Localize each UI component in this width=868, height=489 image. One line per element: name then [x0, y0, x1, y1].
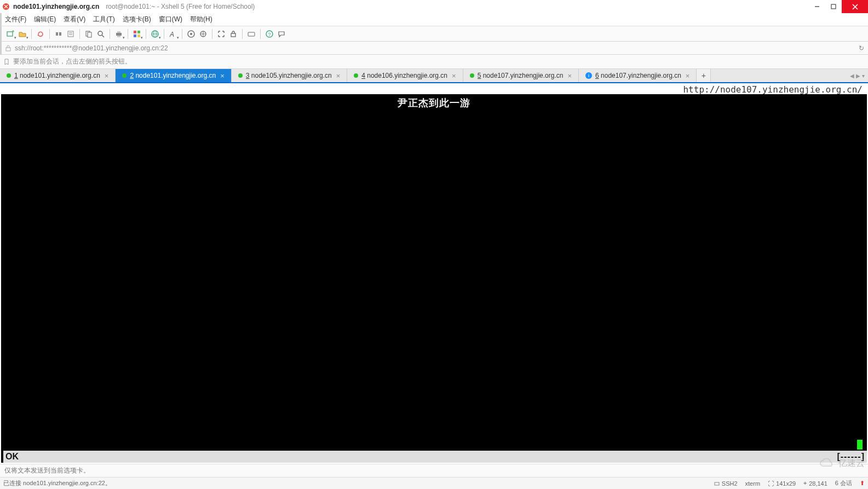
print-icon[interactable]	[113, 28, 124, 39]
menu-tools[interactable]: 工具(T)	[93, 15, 114, 24]
cursor-icon	[857, 440, 863, 450]
maximize-button[interactable]	[825, 0, 842, 13]
compose-hint: 仅将文本发送到当前选项卡。	[4, 466, 90, 475]
terminal-header-bar: http://node107.yinzhengjie.org.cn/	[1, 84, 867, 94]
hint-text: 要添加当前会话，点击左侧的箭头按钮。	[13, 57, 131, 66]
separator-icon	[260, 29, 261, 39]
disconnect-icon[interactable]	[53, 28, 64, 39]
session-tab[interactable]: 5 node107.yinzhengjie.org.cn×	[463, 69, 579, 82]
session-tab[interactable]: 2 node101.yinzhengjie.org.cn×	[116, 69, 231, 82]
close-tab-icon[interactable]: ×	[563, 72, 572, 80]
encoding-icon[interactable]	[150, 28, 160, 39]
tab-scroll-arrows[interactable]: ◀ ▶ ▾	[847, 69, 868, 82]
address-bar: ↻	[0, 42, 868, 55]
svg-rect-18	[116, 33, 122, 36]
status-term: xterm	[745, 480, 761, 487]
session-tab-label: 4 node106.yinzhengjie.org.cn	[361, 72, 447, 79]
reconnect-icon[interactable]	[35, 28, 46, 39]
status-connection: 已连接 node101.yinzhengjie.org.cn:22。	[3, 479, 111, 487]
separator-icon	[31, 29, 32, 39]
session-tab-label: 3 node105.yinzhengjie.org.cn	[246, 72, 332, 79]
session-tab[interactable]: 4 node106.yinzhengjie.org.cn×	[347, 69, 463, 82]
svg-text:?: ?	[268, 32, 271, 37]
session-tab[interactable]: 3 node105.yinzhengjie.org.cn×	[232, 69, 347, 82]
font-icon[interactable]: A	[168, 28, 179, 39]
xftp-icon[interactable]	[198, 28, 209, 39]
status-dot-icon	[238, 73, 243, 78]
chat-icon[interactable]	[276, 28, 287, 39]
status-dot-icon	[354, 73, 358, 78]
close-tab-icon[interactable]: ×	[332, 72, 341, 80]
svg-rect-32	[231, 33, 235, 37]
svg-rect-11	[68, 31, 73, 37]
close-tab-icon[interactable]: ×	[447, 72, 456, 80]
status-size: ⛶ 141x29	[768, 480, 796, 487]
status-dot-icon	[122, 73, 127, 78]
search-icon[interactable]	[95, 28, 106, 39]
terminal-pane[interactable]: http://node107.yinzhengjie.org.cn/ 尹正杰到此…	[0, 83, 868, 464]
svg-rect-38	[6, 48, 10, 51]
status-dot-icon	[470, 73, 474, 78]
svg-rect-9	[56, 32, 58, 36]
open-icon[interactable]	[17, 28, 28, 39]
svg-rect-2	[831, 4, 836, 9]
window-controls	[809, 0, 868, 13]
svg-point-16	[98, 31, 102, 36]
title-subtitle: root@node101:~ - Xshell 5 (Free for Home…	[106, 3, 255, 10]
status-ssh: SSH2	[714, 480, 738, 487]
svg-marker-8	[37, 34, 39, 36]
separator-icon	[212, 29, 212, 39]
status-up-arrow-icon[interactable]: ⬆	[860, 480, 865, 487]
svg-rect-39	[715, 482, 719, 485]
keyboard-icon[interactable]	[246, 28, 257, 39]
color-scheme-icon[interactable]	[131, 28, 142, 39]
new-tab-button[interactable]: +	[697, 69, 711, 82]
menu-view[interactable]: 查看(V)	[64, 15, 85, 24]
svg-rect-10	[59, 32, 61, 36]
status-pos: ⌖ 28,141	[803, 480, 827, 487]
status-bar: 已连接 node101.yinzhengjie.org.cn:22。 SSH2 …	[0, 477, 868, 489]
svg-rect-20	[117, 36, 120, 37]
xagent-icon[interactable]	[186, 28, 197, 39]
help-icon[interactable]: ?	[264, 28, 275, 39]
svg-rect-33	[248, 32, 255, 36]
separator-icon	[110, 29, 110, 39]
menu-window[interactable]: 窗口(W)	[159, 15, 182, 24]
menu-tab[interactable]: 选项卡(B)	[123, 15, 151, 24]
lock-icon[interactable]	[228, 28, 239, 39]
title-host: node101.yinzhengjie.org.cn	[13, 3, 99, 10]
menu-edit[interactable]: 编辑(E)	[34, 15, 56, 24]
close-tab-icon[interactable]: ×	[216, 72, 225, 80]
svg-text:A: A	[169, 31, 174, 38]
refresh-icon[interactable]: ↻	[855, 44, 868, 52]
session-tab[interactable]: i6 node107.yinzhengjie.org.cn×	[579, 69, 697, 82]
separator-icon	[242, 29, 243, 39]
separator-icon	[164, 29, 164, 39]
svg-line-17	[102, 35, 104, 37]
fullscreen-icon[interactable]	[216, 28, 227, 39]
menu-file[interactable]: 文件(F)	[5, 15, 26, 24]
close-button[interactable]	[842, 0, 868, 13]
menu-help[interactable]: 帮助(H)	[190, 15, 212, 24]
terminal-content[interactable]: 尹正杰到此一游 OK [------]	[1, 94, 867, 463]
session-tab-label: 1 node101.yinzhengjie.org.cn	[14, 72, 100, 79]
position-indicator: [------]	[837, 452, 865, 462]
hint-bar: 要添加当前会话，点击左侧的箭头按钮。	[0, 55, 868, 69]
minimize-button[interactable]	[809, 0, 825, 13]
separator-icon	[49, 29, 50, 39]
close-tab-icon[interactable]: ×	[100, 72, 109, 80]
bookmark-icon[interactable]	[3, 59, 10, 65]
copy-icon[interactable]	[83, 28, 94, 39]
properties-icon[interactable]	[65, 28, 76, 39]
close-tab-icon[interactable]: ×	[681, 72, 690, 80]
separator-icon	[79, 29, 80, 39]
separator-icon	[128, 29, 128, 39]
compose-bar[interactable]: 仅将文本发送到当前选项卡。	[0, 464, 868, 477]
separator-icon	[146, 29, 146, 39]
terminal-header-url: http://node107.yinzhengjie.org.cn/	[683, 84, 863, 95]
status-sessions: 6 会话	[835, 479, 852, 487]
address-input[interactable]	[15, 44, 855, 52]
new-session-icon[interactable]	[5, 28, 16, 39]
session-tab[interactable]: 1 node101.yinzhengjie.org.cn×	[0, 69, 116, 82]
session-tab-label: 6 node107.yinzhengjie.org.cn	[595, 72, 681, 79]
